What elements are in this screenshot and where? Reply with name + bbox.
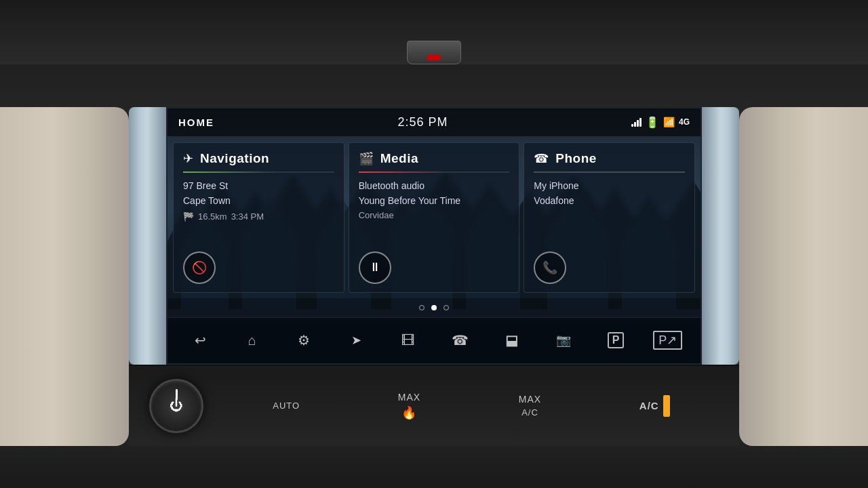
right-leather: [739, 107, 868, 446]
phone-title: Phone: [555, 151, 597, 166]
media-source: Bluetooth audio: [359, 180, 510, 193]
phone-nav-icon: ☎: [452, 332, 469, 348]
ac-control[interactable]: A/C: [639, 395, 670, 417]
center-column: HOME 2:56 PM: [129, 107, 739, 446]
nav-btn-icon: 🚫: [192, 260, 207, 275]
media-action: ⏸: [359, 245, 510, 284]
phone-device: My iPhone: [534, 180, 685, 193]
phone-icon: ☎: [534, 151, 549, 166]
network-label: 4G: [679, 117, 690, 127]
top-center-mount: [407, 41, 461, 64]
back-icon: ↩: [195, 332, 206, 348]
max-ac-button[interactable]: MAX A/C: [519, 394, 541, 418]
auto-label: AUTO: [273, 401, 300, 411]
call-button[interactable]: 📞: [534, 251, 566, 284]
parking-nav-item[interactable]: P: [598, 323, 633, 357]
page-dots: [167, 298, 701, 317]
heat-icon: 🔥: [401, 405, 417, 420]
media-nav-item[interactable]: 🎞: [391, 323, 426, 357]
phone-divider: [534, 171, 685, 173]
phone-carrier: Vodafone: [534, 195, 685, 208]
media-icon: 🎬: [359, 151, 374, 166]
nav-address2: Cape Town: [183, 195, 334, 208]
nav-divider: [183, 171, 334, 173]
tiles-area: ✈ Navigation 97 Bree St Cape Town 🏁: [167, 137, 701, 298]
display-nav-item[interactable]: P↗: [650, 323, 686, 357]
dot-3[interactable]: [443, 305, 449, 310]
climate-bar: ⏻ AUTO MAX 🔥 MAX A/C: [129, 365, 739, 446]
auto-button[interactable]: AUTO: [273, 401, 300, 411]
call-icon: 📞: [542, 260, 557, 275]
sim-icon: 📶: [663, 117, 675, 127]
nav-address1: 97 Bree St: [183, 180, 334, 193]
pause-button[interactable]: ⏸: [359, 251, 391, 284]
media-title: Media: [380, 151, 418, 166]
screen-wrapper: HOME 2:56 PM: [129, 107, 739, 365]
back-nav-item[interactable]: ↩: [182, 323, 218, 357]
media-artist: Corvidae: [359, 210, 510, 220]
pillar-right: [702, 107, 739, 365]
pause-icon: ⏸: [369, 260, 381, 274]
ac-indicator: [663, 395, 670, 417]
navigation-title: Navigation: [200, 151, 269, 166]
signal-icon: [631, 117, 642, 127]
media-divider: [359, 171, 510, 173]
max-heat-button[interactable]: MAX 🔥: [398, 392, 420, 420]
top-bezel: [0, 0, 868, 64]
camera-icon: 📷: [556, 333, 571, 348]
media-track: Young Before Your Time: [359, 195, 510, 208]
phone-tile[interactable]: ☎ Phone My iPhone Vodafone: [524, 142, 695, 293]
nav-content: 97 Bree St Cape Town 🏁 16.5km 3:34 PM: [183, 180, 334, 245]
nav-distance: 16.5km: [198, 211, 227, 222]
power-icon: ⏻: [170, 398, 183, 413]
pillar-left: [129, 107, 166, 365]
infotainment-screen: HOME 2:56 PM: [166, 107, 702, 365]
max-heat-label: MAX: [398, 392, 420, 403]
status-bar: HOME 2:56 PM: [167, 108, 701, 137]
nav-tile-header: ✈ Navigation: [183, 151, 334, 166]
nav-eta: 3:34 PM: [231, 211, 264, 222]
left-leather: [0, 107, 129, 446]
nav-action: 🚫: [183, 245, 334, 284]
phone-tile-header: ☎ Phone: [534, 151, 685, 166]
camera-nav-item[interactable]: 📷: [546, 323, 581, 357]
dot-1[interactable]: [419, 305, 425, 310]
climate-controls: AUTO MAX 🔥 MAX A/C A/C: [203, 392, 719, 420]
navigation-tile[interactable]: ✈ Navigation 97 Bree St Cape Town 🏁: [173, 142, 344, 293]
battery-icon: 🔋: [646, 116, 659, 129]
bluetooth-icon: ⬓: [505, 332, 518, 348]
car-frame: HOME 2:56 PM: [0, 0, 868, 488]
settings-icon: ⚙: [298, 332, 310, 348]
nav-detail: 🏁 16.5km 3:34 PM: [183, 211, 334, 222]
media-content: Bluetooth audio Young Before Your Time C…: [359, 180, 510, 245]
display-icon: P↗: [653, 331, 682, 350]
navigation-nav-item[interactable]: ➤: [338, 323, 374, 357]
bluetooth-nav-item[interactable]: ⬓: [494, 323, 530, 357]
settings-nav-item[interactable]: ⚙: [286, 323, 321, 357]
media-tile[interactable]: 🎬 Media Bluetooth audio Young Before You…: [349, 142, 520, 293]
power-knob[interactable]: ⏻: [149, 379, 203, 433]
nav-button[interactable]: 🚫: [183, 251, 216, 284]
navigation-icon: ✈: [183, 151, 193, 166]
home-nav-item[interactable]: ⌂: [235, 323, 270, 357]
phone-action: 📞: [534, 245, 685, 284]
phone-nav-item[interactable]: ☎: [442, 323, 477, 357]
status-icons: 🔋 📶 4G: [631, 116, 690, 129]
film-icon: 🎞: [401, 333, 415, 348]
home-label: HOME: [178, 117, 214, 128]
dot-2[interactable]: [431, 305, 437, 310]
ac-label: A/C: [639, 400, 659, 411]
ac-sub-label: A/C: [521, 407, 538, 418]
compass-icon: ➤: [351, 333, 361, 348]
clock: 2:56 PM: [397, 115, 448, 129]
home-icon: ⌂: [248, 333, 256, 348]
screen-content: HOME 2:56 PM: [167, 108, 701, 363]
flag-icon: 🏁: [183, 211, 194, 222]
bottom-nav-bar: ↩ ⌂ ⚙ ➤ 🎞: [167, 317, 701, 363]
media-tile-header: 🎬 Media: [359, 151, 510, 166]
max-ac-label: MAX: [519, 394, 541, 405]
phone-content: My iPhone Vodafone: [534, 180, 685, 245]
ac-button[interactable]: A/C: [639, 400, 659, 411]
main-layout: HOME 2:56 PM: [0, 64, 868, 488]
parking-icon: P: [608, 332, 625, 348]
